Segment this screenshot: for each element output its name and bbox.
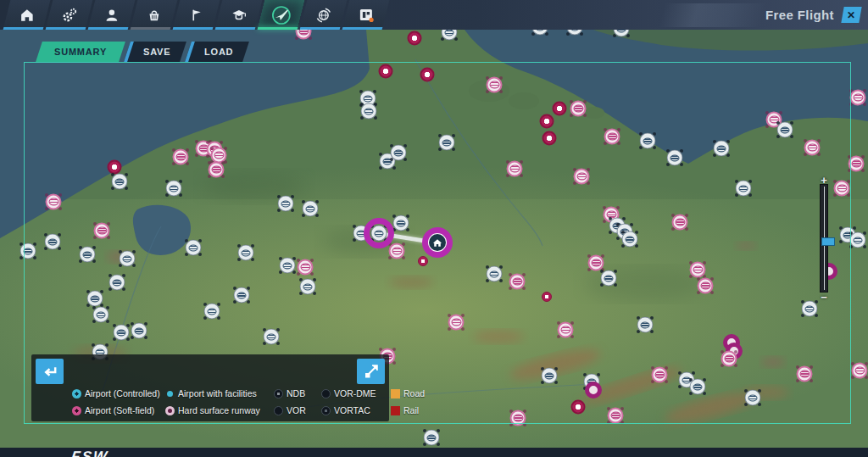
airport-softfield-marker[interactable] (558, 322, 574, 338)
airport-softfield-marker[interactable] (389, 243, 405, 259)
nav-beacon-marker[interactable] (553, 102, 567, 116)
airport-controlled-marker[interactable] (20, 243, 36, 259)
nav-beacon-marker[interactable] (379, 64, 393, 79)
tab-load[interactable]: LOAD (185, 42, 249, 62)
airport-controlled-marker[interactable] (45, 234, 61, 250)
airport-controlled-marker[interactable] (736, 181, 752, 197)
airport-controlled-marker[interactable] (640, 133, 656, 149)
airport-controlled-marker[interactable] (637, 317, 654, 333)
route-destination-ring[interactable] (364, 218, 394, 248)
airport-controlled-marker[interactable] (109, 275, 125, 291)
airport-softfield-marker[interactable] (510, 410, 526, 426)
airport-controlled-marker[interactable] (690, 379, 706, 395)
airport-softfield-marker[interactable] (721, 351, 737, 367)
airport-controlled-marker[interactable] (850, 232, 866, 248)
nav-training-button[interactable] (215, 0, 263, 30)
airport-softfield-marker[interactable] (652, 367, 668, 383)
nav-beacon-marker[interactable] (571, 400, 586, 415)
airport-controlled-marker[interactable] (391, 145, 407, 161)
airport-controlled-marker[interactable] (714, 141, 730, 157)
airport-controlled-marker[interactable] (80, 247, 96, 263)
airport-softfield-marker[interactable] (849, 156, 865, 172)
tab-summary[interactable]: SUMMARY (36, 42, 125, 62)
nav-beacon-marker[interactable] (108, 160, 122, 175)
nav-missions-button[interactable] (173, 0, 220, 30)
airport-controlled-marker[interactable] (745, 390, 761, 406)
airport-controlled-marker[interactable] (112, 174, 128, 190)
airport-controlled-marker[interactable] (238, 245, 254, 261)
airport-controlled-marker[interactable] (186, 240, 202, 256)
nav-beacon-marker[interactable] (420, 68, 435, 82)
airport-softfield-marker[interactable] (173, 149, 189, 165)
airport-softfield-marker[interactable] (672, 215, 688, 231)
zoom-slider-handle[interactable] (821, 237, 835, 246)
airport-softfield-marker[interactable] (448, 315, 465, 331)
airport-controlled-marker[interactable] (393, 215, 409, 231)
nav-beacon-marker[interactable] (540, 114, 554, 129)
nav-logbook-button[interactable] (342, 0, 390, 30)
airport-controlled-marker[interactable] (300, 279, 316, 295)
airport-controlled-marker[interactable] (166, 181, 182, 197)
airport-controlled-marker[interactable] (87, 291, 103, 307)
airport-softfield-marker[interactable] (509, 274, 526, 290)
airport-softfield-marker[interactable] (570, 101, 587, 117)
nav-beacon-marker[interactable] (542, 131, 557, 146)
airport-softfield-marker[interactable] (834, 181, 850, 197)
airport-controlled-marker[interactable] (667, 150, 683, 166)
airport-softfield-marker[interactable] (698, 278, 714, 294)
airport-controlled-marker[interactable] (114, 325, 130, 341)
nav-home-button[interactable] (3, 0, 51, 30)
hard-runway-marker[interactable] (585, 382, 602, 398)
expand-map-button[interactable] (357, 359, 385, 384)
airport-softfield-marker[interactable] (211, 148, 227, 164)
airport-softfield-marker[interactable] (209, 162, 225, 178)
airport-controlled-marker[interactable] (120, 251, 136, 267)
airport-softfield-marker[interactable] (298, 259, 314, 276)
airport-controlled-marker[interactable] (93, 307, 109, 323)
airport-controlled-marker[interactable] (204, 304, 220, 320)
nav-beacon-small-marker[interactable] (418, 256, 428, 266)
airport-softfield-marker[interactable] (804, 140, 821, 156)
nav-multiplayer-button[interactable] (300, 0, 348, 30)
airport-softfield-marker[interactable] (46, 194, 62, 210)
airport-controlled-marker[interactable] (361, 103, 377, 120)
airport-softfield-marker[interactable] (797, 366, 813, 382)
airport-controlled-marker[interactable] (280, 258, 296, 274)
zoom-slider-track[interactable] (820, 184, 828, 293)
airport-controlled-marker[interactable] (303, 201, 319, 217)
airport-controlled-marker[interactable] (777, 122, 793, 138)
nav-profile-button[interactable] (88, 0, 136, 30)
airport-softfield-marker[interactable] (690, 262, 706, 278)
airport-controlled-marker[interactable] (542, 368, 558, 384)
airport-controlled-marker[interactable] (131, 323, 147, 339)
airport-controlled-marker[interactable] (487, 266, 503, 282)
airport-controlled-marker[interactable] (601, 270, 617, 287)
airport-controlled-marker[interactable] (622, 231, 638, 248)
map-zoom-slider[interactable]: + − (816, 176, 832, 303)
airport-controlled-marker[interactable] (424, 430, 440, 446)
nav-beacon-small-marker[interactable] (542, 292, 552, 302)
airport-softfield-marker[interactable] (852, 363, 868, 379)
airport-softfield-marker[interactable] (94, 223, 110, 239)
airport-controlled-marker[interactable] (802, 301, 818, 317)
tab-save[interactable]: SAVE (124, 42, 186, 62)
zoom-out-button[interactable]: − (816, 293, 832, 303)
nav-store-button[interactable] (131, 0, 178, 30)
nav-free-flight-button[interactable] (258, 0, 305, 30)
flight-planning-map[interactable]: + − Airport (Controlled)Airport with fac… (0, 30, 868, 448)
airport-softfield-marker[interactable] (487, 77, 503, 93)
nav-beacon-marker[interactable] (408, 31, 422, 46)
airport-softfield-marker[interactable] (608, 408, 624, 424)
airport-softfield-marker[interactable] (604, 129, 620, 145)
back-button[interactable] (36, 359, 64, 384)
route-departure-marker[interactable] (422, 227, 453, 258)
airport-controlled-marker[interactable] (264, 329, 280, 345)
close-button[interactable]: ✕ (841, 7, 861, 23)
airport-controlled-marker[interactable] (234, 287, 250, 304)
airport-controlled-marker[interactable] (439, 135, 455, 151)
airport-softfield-marker[interactable] (507, 161, 523, 177)
airport-softfield-marker[interactable] (588, 255, 604, 271)
nav-settings-button[interactable] (46, 0, 93, 30)
airport-controlled-marker[interactable] (278, 196, 294, 212)
airport-softfield-marker[interactable] (850, 90, 866, 106)
